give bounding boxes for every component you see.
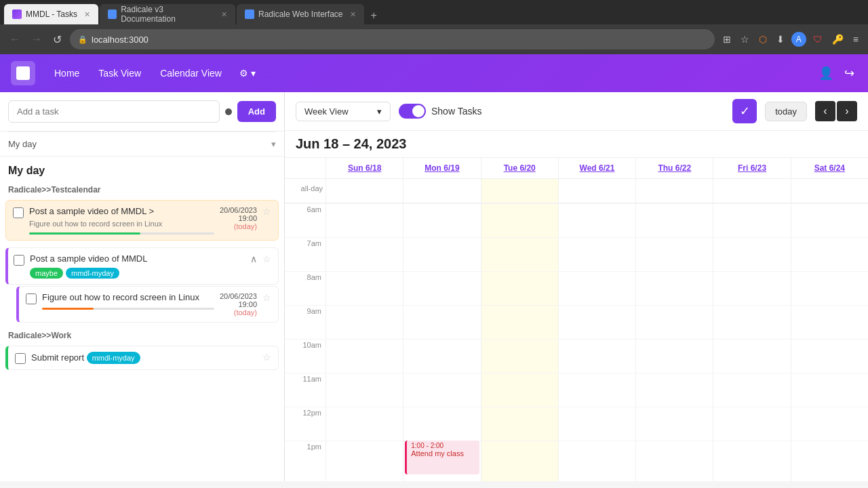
nav-settings[interactable]: ⚙ ▾	[233, 64, 262, 83]
dot-button[interactable]	[225, 108, 232, 115]
show-tasks-label: Show Tasks	[431, 106, 481, 117]
add-button[interactable]: Add	[237, 101, 276, 122]
task-group-testcalendar: Post a sample video of MMDL > Figure out…	[0, 197, 284, 245]
event-attend-class[interactable]: 1:00 - 2:00 Attend my class	[405, 441, 479, 474]
lock-icon: 🔒	[78, 35, 87, 44]
settings-chevron: ▾	[251, 68, 256, 79]
cal-day-header-sun[interactable]: Sun 6/18	[326, 158, 403, 178]
app-header: Home Task View Calendar View ⚙ ▾ 👤 ↪	[0, 54, 868, 92]
task-checkbox-2[interactable]	[14, 255, 24, 266]
show-tasks-toggle-group: Show Tasks	[399, 104, 481, 119]
task-star-1[interactable]: ☆	[262, 206, 271, 217]
browser-tabs-bar: MMDL - Tasks ✕ Radicale v3 Documentation…	[0, 0, 868, 24]
tab-radicale-web[interactable]: Radicale Web Interface ✕	[237, 4, 364, 24]
header-profile-icon[interactable]: 👤	[816, 63, 836, 83]
today-button[interactable]: today	[765, 102, 807, 121]
download-button[interactable]: ⬇	[774, 31, 787, 47]
tab-favicon-radicale	[108, 9, 117, 19]
tag-mmdl-myday-4: mmdl-myday	[87, 352, 140, 364]
calendar-date-range: Jun 18 – 24, 2023	[285, 131, 868, 158]
extensions-button[interactable]: ⊞	[720, 31, 734, 47]
calendar-header-row: Sun 6/18 Mon 6/19 Tue 6/20 Wed 6/21 Thu …	[285, 158, 868, 179]
browser-toolbar-right: ⊞ ☆ ⬡ ⬇ A 🛡 🔑 ≡	[720, 31, 861, 47]
tab-favicon-radicale2	[245, 9, 254, 19]
add-task-input[interactable]	[8, 100, 220, 123]
cal-day-header-fri[interactable]: Fri 6/23	[713, 158, 790, 178]
forward-button[interactable]: →	[28, 30, 45, 48]
cal-col-tue	[481, 203, 558, 481]
nav-calendar-view[interactable]: Calendar View	[152, 64, 230, 83]
tab-mmdl-tasks[interactable]: MMDL - Tasks ✕	[4, 4, 98, 24]
task-title-3: Figure out how to record screen in Linux	[42, 292, 214, 304]
cal-day-header-thu[interactable]: Thu 6/22	[635, 158, 713, 178]
task-star-3[interactable]: ☆	[262, 292, 271, 303]
calendar-check-button[interactable]: ✓	[732, 99, 757, 123]
task-item-record-screen[interactable]: Figure out how to record screen in Linux…	[16, 286, 279, 323]
task-title-4: Submit report mmdl-myday	[31, 352, 257, 364]
task-item-submit-report[interactable]: Submit report mmdl-myday ☆	[5, 346, 279, 370]
task-section-work: Radicale>>Work Submit report mmdl-myday …	[0, 327, 284, 374]
dropdown-chevron-icon: ▾	[271, 139, 276, 149]
app-logo	[11, 61, 35, 85]
task-progress-bar-1	[29, 232, 140, 235]
prev-week-button[interactable]: ‹	[815, 101, 835, 121]
tab-close-radicale2[interactable]: ✕	[350, 10, 356, 19]
task-content-3: Figure out how to record screen in Linux	[42, 292, 214, 310]
cal-col-sun	[326, 203, 403, 481]
task-item-post-video-expanded[interactable]: Post a sample video of MMDL maybe mmdl-m…	[5, 247, 279, 285]
task-date-3: 20/06/2023	[220, 292, 257, 300]
pocket-button[interactable]: ⬡	[756, 31, 770, 47]
task-item-post-video-collapsed[interactable]: Post a sample video of MMDL > Figure out…	[5, 200, 279, 241]
task-today-1: (today)	[220, 222, 257, 230]
task-today-3: (today)	[220, 308, 257, 317]
task-checkbox-3[interactable]	[26, 293, 37, 304]
time-slot-7am: 7am	[285, 237, 326, 271]
bitwarden-button[interactable]: 🔑	[829, 31, 846, 47]
my-day-dropdown[interactable]: My day ▾	[0, 132, 284, 157]
show-tasks-switch[interactable]	[399, 104, 426, 119]
tab-close-radicale[interactable]: ✕	[221, 10, 227, 19]
time-slot-12pm: 12pm	[285, 407, 326, 441]
calendar-toolbar: Week View ▾ Show Tasks ✓ today ‹ ›	[285, 92, 868, 131]
task-collapse-icon[interactable]: ∧	[250, 253, 257, 264]
calendar-nav-group: ‹ ›	[815, 101, 857, 121]
event-title: Attend my class	[411, 449, 475, 458]
nav-home[interactable]: Home	[46, 64, 87, 83]
ublock-button[interactable]: 🛡	[810, 31, 825, 47]
task-checkbox-4[interactable]	[15, 353, 26, 364]
new-tab-button[interactable]: +	[366, 7, 382, 24]
bookmark-button[interactable]: ☆	[738, 31, 752, 47]
header-logout-icon[interactable]: ↪	[842, 63, 857, 83]
back-button[interactable]: ←	[7, 30, 23, 48]
task-star-2[interactable]: ☆	[262, 253, 271, 264]
all-day-cell-thu	[635, 179, 713, 203]
cal-day-header-sat[interactable]: Sat 6/24	[791, 158, 868, 178]
tab-label-radicale2: Radicale Web Interface	[258, 9, 343, 19]
week-view-select[interactable]: Week View ▾	[296, 102, 391, 121]
profile-button[interactable]: A	[791, 32, 806, 47]
refresh-button[interactable]: ↺	[50, 30, 64, 49]
nav-task-view[interactable]: Task View	[90, 64, 149, 83]
cal-day-header-mon[interactable]: Mon 6/19	[403, 158, 480, 178]
app-header-right: 👤 ↪	[816, 63, 857, 83]
cal-time-header	[285, 158, 326, 178]
event-time: 1:00 - 2:00	[411, 442, 475, 449]
more-button[interactable]: ≡	[850, 31, 861, 47]
task-content-2: Post a sample video of MMDL maybe mmdl-m…	[30, 253, 245, 279]
url-display: localhost:3000	[92, 35, 149, 45]
all-day-cell-wed	[558, 179, 635, 203]
task-checkbox-1[interactable]	[13, 207, 24, 218]
address-bar[interactable]: 🔒 localhost:3000	[70, 29, 715, 49]
task-right-1: 20/06/2023 19:00 (today)	[220, 206, 257, 230]
tab-favicon-mmdl	[12, 9, 22, 19]
all-day-cell-mon	[403, 179, 480, 203]
cal-day-header-tue[interactable]: Tue 6/20	[481, 158, 558, 178]
cal-day-header-wed[interactable]: Wed 6/21	[558, 158, 635, 178]
all-day-cell-tue	[481, 179, 558, 203]
left-panel: Add My day ▾ My day Radicale>>Testcalend…	[0, 92, 285, 481]
next-week-button[interactable]: ›	[837, 101, 857, 121]
tab-radicale-docs[interactable]: Radicale v3 Documentation ✕	[100, 4, 235, 24]
task-star-4[interactable]: ☆	[262, 352, 271, 363]
calendar-grid: Sun 6/18 Mon 6/19 Tue 6/20 Wed 6/21 Thu …	[285, 158, 868, 481]
tab-close-mmdl[interactable]: ✕	[84, 10, 90, 19]
